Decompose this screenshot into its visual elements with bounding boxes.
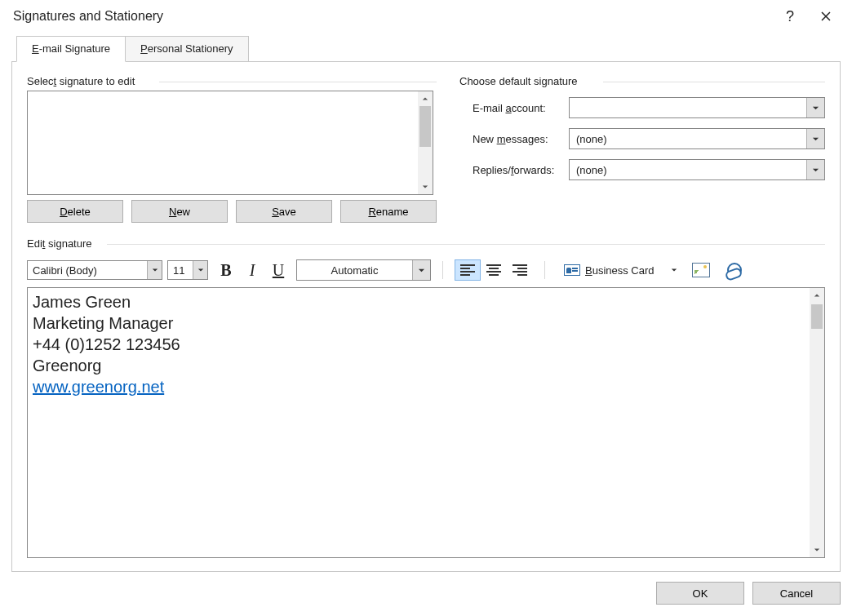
font-color-combo[interactable]: Automatic bbox=[296, 259, 431, 281]
tab-strip: E-mail Signature Personal Stationery bbox=[11, 36, 841, 61]
default-signature-label: Choose default signature bbox=[459, 75, 825, 87]
chevron-down-icon bbox=[812, 166, 819, 174]
new-button[interactable]: New bbox=[131, 200, 228, 223]
font-name-value: Calibri (Body) bbox=[28, 264, 147, 277]
dialog-signatures-stationery: Signatures and Stationery ? E-mail Signa… bbox=[0, 0, 852, 616]
italic-icon: I bbox=[250, 261, 255, 280]
business-card-button[interactable]: Business Card bbox=[557, 259, 662, 281]
picture-icon bbox=[692, 263, 710, 277]
toolbar-separator bbox=[544, 261, 545, 279]
align-right-icon bbox=[513, 264, 527, 276]
select-signature-label: Select signature to edit bbox=[27, 75, 437, 87]
signature-listbox[interactable] bbox=[27, 91, 433, 195]
signature-editor[interactable]: James Green Marketing Manager +44 (0)125… bbox=[28, 288, 810, 557]
email-account-label: E-mail account: bbox=[459, 102, 561, 114]
save-button[interactable]: Save bbox=[236, 200, 332, 223]
signature-line: +44 (0)1252 123456 bbox=[33, 334, 805, 355]
font-name-combo[interactable]: Calibri (Body) bbox=[27, 260, 162, 280]
bold-icon: B bbox=[220, 261, 231, 280]
ok-button[interactable]: OK bbox=[656, 582, 744, 605]
chevron-down-icon bbox=[812, 135, 819, 143]
business-card-icon bbox=[564, 264, 580, 276]
chevron-down-icon bbox=[152, 267, 158, 273]
toolbar-separator bbox=[442, 261, 443, 279]
hyperlink-icon bbox=[727, 263, 743, 277]
scroll-up-button[interactable] bbox=[418, 91, 433, 106]
email-account-combo[interactable] bbox=[569, 97, 825, 118]
scroll-down-button[interactable] bbox=[810, 543, 824, 557]
signature-line: Greenorg bbox=[33, 355, 805, 376]
select-signature-block: Select signature to edit Delete New bbox=[27, 75, 437, 223]
signature-line: Marketing Manager bbox=[33, 312, 805, 334]
default-signature-block: Choose default signature E-mail account:… bbox=[459, 75, 825, 223]
email-account-dropdown[interactable] bbox=[806, 98, 824, 117]
align-center-icon bbox=[486, 264, 501, 276]
align-right-button[interactable] bbox=[507, 259, 533, 281]
replies-forwards-combo[interactable]: (none) bbox=[569, 159, 825, 180]
signature-button-row: Delete New Save Rename bbox=[27, 200, 437, 223]
font-size-value: 11 bbox=[168, 264, 193, 277]
new-messages-label: New messages: bbox=[459, 133, 561, 145]
chevron-down-icon bbox=[812, 104, 819, 112]
scroll-down-button[interactable] bbox=[418, 179, 433, 194]
scroll-thumb[interactable] bbox=[811, 304, 823, 329]
font-style-group: B I U bbox=[213, 259, 291, 281]
scroll-thumb[interactable] bbox=[419, 106, 431, 147]
top-row: Select signature to edit Delete New bbox=[27, 75, 825, 223]
bold-button[interactable]: B bbox=[213, 259, 239, 281]
chevron-down-icon bbox=[197, 267, 204, 273]
chevron-down-icon bbox=[418, 267, 425, 274]
chevron-down-icon bbox=[814, 547, 820, 553]
close-button[interactable] bbox=[808, 4, 844, 29]
chevron-down-icon bbox=[671, 267, 677, 273]
edit-signature-label: Edit signature bbox=[27, 237, 825, 250]
chevron-up-icon bbox=[814, 292, 820, 299]
rename-button[interactable]: Rename bbox=[340, 200, 437, 223]
replies-forwards-label: Replies/forwards: bbox=[459, 164, 561, 176]
close-icon bbox=[821, 11, 831, 21]
signature-line: James Green bbox=[33, 291, 805, 312]
chevron-up-icon bbox=[422, 95, 428, 102]
business-card-dropdown[interactable] bbox=[667, 259, 681, 281]
align-left-button[interactable] bbox=[455, 259, 481, 281]
help-button[interactable]: ? bbox=[772, 4, 808, 29]
titlebar: Signatures and Stationery ? bbox=[0, 0, 852, 33]
insert-picture-button[interactable] bbox=[686, 259, 716, 281]
dialog-content: E-mail Signature Personal Stationery Sel… bbox=[0, 33, 852, 572]
editor-scrollbar[interactable] bbox=[810, 288, 824, 557]
tab-personal-stationery[interactable]: Personal Stationery bbox=[126, 36, 248, 61]
editor-toolbar: Calibri (Body) 11 B I U Automatic bbox=[27, 258, 825, 282]
font-color-dropdown[interactable] bbox=[412, 260, 430, 280]
listbox-scrollbar[interactable] bbox=[418, 91, 433, 194]
window-title: Signatures and Stationery bbox=[13, 9, 772, 24]
font-size-combo[interactable]: 11 bbox=[167, 260, 208, 280]
font-size-dropdown[interactable] bbox=[193, 261, 207, 279]
italic-button[interactable]: I bbox=[239, 259, 265, 281]
edit-signature-section: Edit signature Calibri (Body) 11 B I U bbox=[27, 237, 825, 558]
underline-icon: U bbox=[273, 261, 284, 280]
dialog-footer: OK Cancel bbox=[0, 572, 852, 616]
insert-hyperlink-button[interactable] bbox=[721, 259, 750, 281]
cancel-button[interactable]: Cancel bbox=[752, 582, 841, 605]
delete-button[interactable]: Delete bbox=[27, 200, 123, 223]
replies-forwards-value: (none) bbox=[570, 164, 806, 176]
align-center-button[interactable] bbox=[481, 259, 507, 281]
alignment-group bbox=[455, 259, 533, 281]
replies-forwards-dropdown[interactable] bbox=[806, 160, 824, 179]
align-left-icon bbox=[460, 264, 475, 276]
signature-link[interactable]: www.greenorg.net bbox=[33, 378, 164, 396]
email-signature-pane: Select signature to edit Delete New bbox=[11, 61, 841, 572]
new-messages-value: (none) bbox=[570, 133, 806, 145]
chevron-down-icon bbox=[422, 184, 428, 190]
tab-email-signature[interactable]: E-mail Signature bbox=[16, 36, 126, 62]
new-messages-dropdown[interactable] bbox=[806, 129, 824, 148]
font-name-dropdown[interactable] bbox=[147, 261, 162, 279]
font-color-value: Automatic bbox=[297, 264, 412, 277]
new-messages-combo[interactable]: (none) bbox=[569, 128, 825, 149]
scroll-up-button[interactable] bbox=[810, 288, 824, 303]
underline-button[interactable]: U bbox=[265, 259, 291, 281]
signature-editor-wrap: James Green Marketing Manager +44 (0)125… bbox=[27, 287, 825, 558]
